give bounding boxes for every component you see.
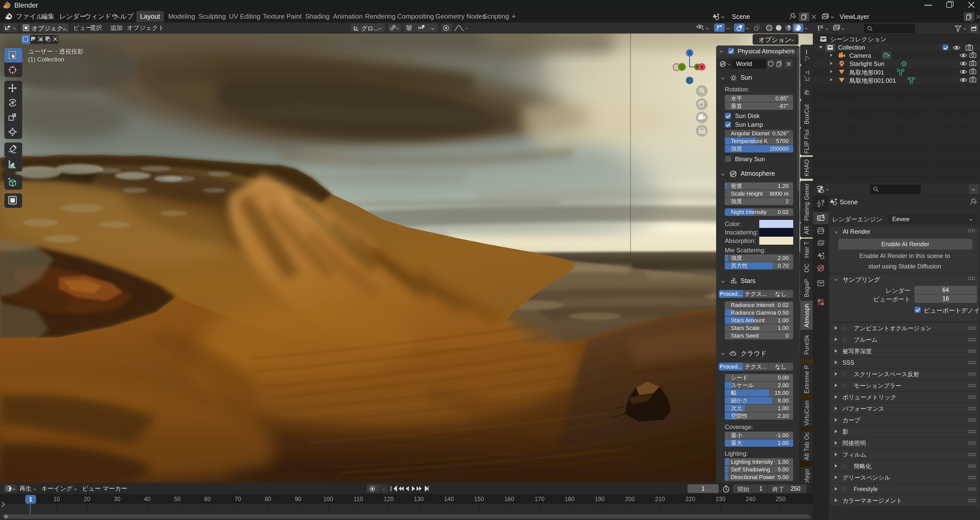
svg-text:X: X [700, 64, 703, 70]
svg-text:Z: Z [688, 50, 691, 56]
